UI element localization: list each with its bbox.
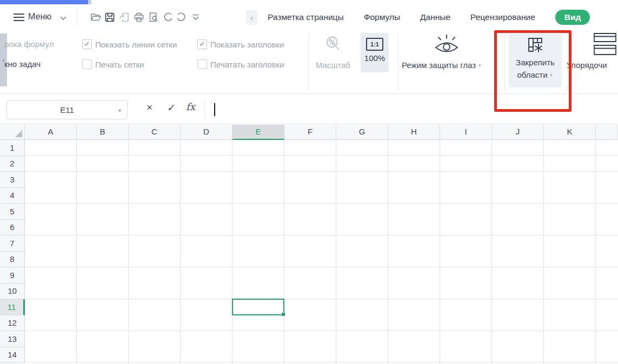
ribbon-group-divider xyxy=(308,33,309,91)
checkbox-show-headings-label[interactable]: Показать заголовки xyxy=(210,40,284,49)
tab-Разметка страницы[interactable]: Разметка страницы xyxy=(268,12,344,22)
name-box[interactable]: E11 ▼ xyxy=(6,100,128,119)
column-header-B[interactable]: B xyxy=(77,125,129,140)
column-headers: ABCDEFGHIJK xyxy=(25,125,618,140)
ribbon-tabs: Разметка страницыФормулыДанныеРецензиров… xyxy=(268,6,590,28)
formula-bar-border xyxy=(0,124,618,124)
row-header-4[interactable]: 4 xyxy=(0,188,25,204)
row-header-7[interactable]: 7 xyxy=(0,235,25,252)
hamburger-menu-icon[interactable] xyxy=(14,14,24,21)
row-header-5[interactable]: 5 xyxy=(0,204,25,220)
column-header-A[interactable]: A xyxy=(25,125,77,140)
document-tab-strip xyxy=(0,0,88,4)
menu-chevron-down-icon[interactable] xyxy=(59,16,67,21)
checkbox-print-headings[interactable] xyxy=(197,59,207,69)
formula-input[interactable] xyxy=(212,100,612,119)
column-header-K[interactable]: K xyxy=(544,125,596,140)
selected-cell-outline[interactable] xyxy=(232,299,284,315)
enter-icon[interactable]: ✓ xyxy=(167,102,176,114)
tab-Рецензирование[interactable]: Рецензирование xyxy=(470,12,535,22)
spreadsheet-cells[interactable] xyxy=(25,140,618,364)
eye-protection-icon[interactable] xyxy=(430,33,463,56)
checkbox-show-gridlines-label[interactable]: Показать линии сетки xyxy=(95,40,177,49)
toolbar-divider xyxy=(77,8,77,25)
tab-Вид[interactable]: Вид xyxy=(555,10,590,25)
zoom-100-button[interactable]: 1:1 100% xyxy=(361,33,389,72)
freeze-panes-label-line2: области▼ xyxy=(509,70,562,79)
name-box-dropdown-icon[interactable]: ▼ xyxy=(117,108,122,113)
text-cursor xyxy=(214,103,215,116)
task-pane-label[interactable]: кно задач xyxy=(4,59,41,69)
zoom-scale-label[interactable]: Масштаб xyxy=(313,60,354,70)
row-header-2[interactable]: 2 xyxy=(0,156,25,172)
ribbon-bottom-border xyxy=(0,93,618,94)
row-header-10[interactable]: 10 xyxy=(0,284,25,300)
row-header-14[interactable]: 14 xyxy=(0,347,25,363)
menu-button[interactable]: Меню xyxy=(28,12,51,22)
select-all-triangle-icon xyxy=(15,130,22,137)
checkbox-show-headings[interactable] xyxy=(197,39,207,49)
formula-bar-divider xyxy=(204,100,205,119)
zoom-scale-icon[interactable] xyxy=(324,35,343,55)
formula-bar-row-label[interactable]: рока формул xyxy=(4,39,54,49)
print-icon[interactable] xyxy=(132,11,145,24)
row-header-1[interactable]: 1 xyxy=(0,140,25,156)
row-header-13[interactable]: 13 xyxy=(0,331,25,347)
redo-icon[interactable] xyxy=(175,11,188,24)
save-icon[interactable] xyxy=(103,11,116,24)
arrange-windows-button[interactable]: Упорядочи xyxy=(567,60,618,70)
document-tab-strip-tail xyxy=(88,0,91,4)
row-headers: 1234567891011121314 xyxy=(0,140,25,364)
toolbar-more-icon[interactable] xyxy=(189,11,202,24)
eye-protection-button[interactable]: Режим защиты глаз▼ xyxy=(402,60,482,70)
freeze-panes-button[interactable]: Закрепить области▼ xyxy=(509,33,562,87)
collapse-ribbon-button[interactable]: ‹ xyxy=(246,10,257,25)
checkbox-print-headings-label[interactable]: Печатать заголовки xyxy=(210,60,284,69)
column-header-F[interactable]: F xyxy=(284,125,336,140)
column-header-H[interactable]: H xyxy=(388,125,440,140)
tab-Формулы[interactable]: Формулы xyxy=(364,12,400,22)
freeze-panes-label-line1: Закрепить xyxy=(509,58,562,67)
column-header-C[interactable]: C xyxy=(129,125,181,140)
arrange-windows-icon[interactable] xyxy=(593,32,618,57)
undo-icon[interactable] xyxy=(162,11,175,24)
name-box-value: E11 xyxy=(60,105,74,114)
ribbon-group-divider xyxy=(504,33,505,91)
column-header-I[interactable]: I xyxy=(440,125,492,140)
freeze-panes-icon xyxy=(527,36,544,53)
row-header-3[interactable]: 3 xyxy=(0,172,25,188)
fill-handle[interactable] xyxy=(281,312,285,316)
checkbox-show-gridlines[interactable] xyxy=(82,39,92,49)
row-header-11[interactable]: 11 xyxy=(0,299,25,315)
cancel-icon[interactable]: × xyxy=(147,102,152,113)
row-header-12[interactable]: 12 xyxy=(0,315,25,332)
print-preview-icon[interactable] xyxy=(147,11,160,24)
export-icon[interactable] xyxy=(118,11,131,24)
zoom-100-label: 100% xyxy=(361,53,389,63)
checkbox-print-gridlines-label[interactable]: Печать сетки xyxy=(95,60,144,69)
app-window: Меню xyxy=(0,0,618,364)
row-header-6[interactable]: 6 xyxy=(0,220,25,236)
column-header-D[interactable]: D xyxy=(181,125,232,140)
dropdown-triangle-icon: ▼ xyxy=(549,73,554,78)
column-header-partial[interactable] xyxy=(596,125,618,140)
row-header-9[interactable]: 9 xyxy=(0,267,25,284)
column-header-G[interactable]: G xyxy=(336,125,388,140)
folder-open-icon[interactable] xyxy=(89,11,102,24)
checkbox-print-gridlines[interactable] xyxy=(82,59,92,69)
insert-function-icon[interactable]: fx xyxy=(186,101,195,112)
dropdown-triangle-icon: ▼ xyxy=(477,63,482,68)
column-header-J[interactable]: J xyxy=(492,125,544,140)
column-header-E[interactable]: E xyxy=(232,125,284,140)
one-to-one-icon: 1:1 xyxy=(366,38,383,51)
tab-Данные[interactable]: Данные xyxy=(420,12,450,22)
row-header-8[interactable]: 8 xyxy=(0,252,25,268)
ribbon-group-divider xyxy=(398,33,398,91)
select-all-corner[interactable] xyxy=(0,125,25,140)
